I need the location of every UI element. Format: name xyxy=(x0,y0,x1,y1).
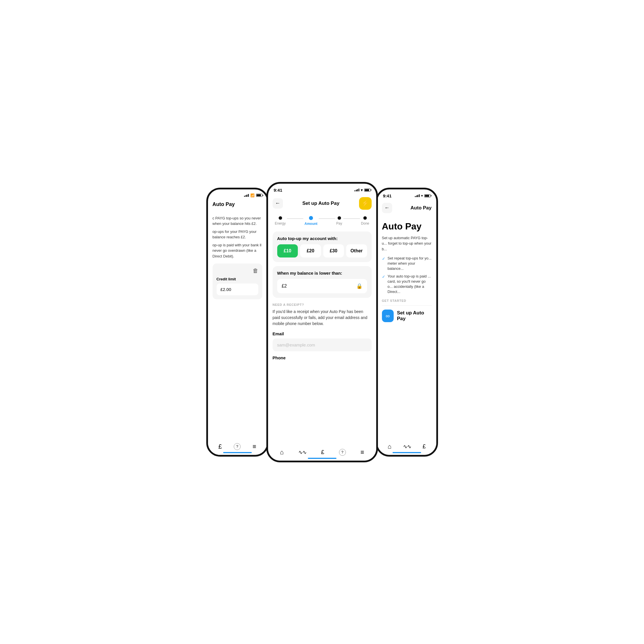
lock-icon: 🔒 xyxy=(356,283,362,289)
get-started-label: GET STARTED xyxy=(382,299,432,302)
nav-activity-r[interactable]: ∿∿ xyxy=(403,443,411,450)
stepper: Energy Amount Pay Done xyxy=(268,212,376,227)
right-content: Auto Pay Set up automatic PAYG top-u... … xyxy=(377,215,436,440)
left-phone: 📶 Auto Pay c PAYG top-ups so you never w… xyxy=(206,188,269,457)
left-title: Auto Pay xyxy=(213,201,235,207)
status-bar-right: 9:41 ▾ xyxy=(377,189,436,201)
amount-btn-other[interactable]: Other xyxy=(346,244,367,257)
center-nav-title: Set up Auto Pay xyxy=(302,201,340,206)
email-input[interactable]: sam@example.com xyxy=(273,338,372,351)
right-phone: 9:41 ▾ ← Auto Pay Auto Pay Set up automa… xyxy=(376,188,438,457)
battery-center xyxy=(364,189,370,192)
check-icon-2: ✓ xyxy=(382,274,385,279)
credit-label: Credit limit xyxy=(217,277,258,281)
email-label: Email xyxy=(273,331,372,336)
phone-label: Phone xyxy=(273,355,372,360)
receipt-heading: NEED A RECEIPT? xyxy=(273,303,372,306)
nav-home[interactable]: ⌂ xyxy=(280,449,284,456)
nav-home-r[interactable]: ⌂ xyxy=(388,443,391,450)
balance-value: £2 xyxy=(282,284,287,289)
bottom-indicator-center xyxy=(308,458,336,459)
check-text-2: Your auto top-up is paid ... card, so yo… xyxy=(388,274,432,295)
signal-right xyxy=(415,194,420,197)
check-item-2: ✓ Your auto top-up is paid ... card, so … xyxy=(382,274,432,295)
receipt-description: If you'd like a receipt when your Auto P… xyxy=(273,309,372,327)
setup-btn-label: Set up Auto Pay xyxy=(397,310,432,322)
center-phone: 9:41 ▾ ← Set up Auto Pay ⚡ Energy xyxy=(266,182,378,462)
center-content: Auto top-up my account with: £10 £20 £30… xyxy=(268,227,376,446)
step-dot-done xyxy=(363,216,367,220)
delete-icon[interactable]: 🗑 xyxy=(253,267,258,274)
balance-input[interactable]: £2 🔒 xyxy=(277,279,367,293)
battery-right xyxy=(424,194,431,197)
center-bottom-nav: ⌂ ∿∿ £ ? ≡ xyxy=(268,446,376,461)
amount-options: £10 £20 £30 Other xyxy=(277,244,367,257)
left-desc2: op-ups for your PAYG your balance reache… xyxy=(213,229,262,240)
step-label-energy: Energy xyxy=(275,221,286,225)
signal-center xyxy=(354,189,359,191)
nav-activity[interactable]: ∿∿ xyxy=(298,449,306,455)
step-label-pay: Pay xyxy=(336,221,342,225)
receipt-section: NEED A RECEIPT? If you'd like a receipt … xyxy=(273,302,372,364)
left-desc1: c PAYG top-ups so you never when your ba… xyxy=(213,215,262,227)
right-bottom-nav: ⌂ ∿∿ £ xyxy=(377,440,436,455)
step-dot-amount xyxy=(309,216,313,220)
left-desc3: op-up is paid with your bank ll never go… xyxy=(213,242,262,259)
wifi-right: ▾ xyxy=(421,194,423,198)
check-text-1: Set repeat top-ups for yo... meter when … xyxy=(388,256,432,272)
divider xyxy=(382,305,432,306)
infinity-icon: ∞ xyxy=(382,310,394,322)
balance-card: When my balance is lower than: £2 🔒 xyxy=(273,266,372,298)
amount-btn-30[interactable]: £30 xyxy=(323,244,344,257)
wifi-icon: 📶 xyxy=(250,193,255,197)
step-dot-pay xyxy=(338,216,341,220)
left-content: c PAYG top-ups so you never when your ba… xyxy=(208,211,267,440)
nav-help[interactable]: ? xyxy=(234,443,241,450)
nav-help-c[interactable]: ? xyxy=(339,449,346,456)
topup-card: Auto top-up my account with: £10 £20 £30… xyxy=(273,231,372,262)
check-icon-1: ✓ xyxy=(382,256,385,261)
topup-card-title: Auto top-up my account with: xyxy=(277,236,367,241)
step-energy: Energy xyxy=(275,216,286,225)
amount-btn-10[interactable]: £10 xyxy=(277,244,298,257)
back-button-right[interactable]: ← xyxy=(382,203,392,213)
step-amount: Amount xyxy=(304,216,317,226)
bottom-indicator-right xyxy=(393,452,421,453)
left-bottom-nav: £ ? ≡ xyxy=(208,440,267,455)
step-line-1 xyxy=(287,218,304,219)
credit-value: £2.00 xyxy=(217,284,258,295)
status-icons-right: ▾ xyxy=(415,194,431,198)
status-icons-center: ▾ xyxy=(354,188,370,192)
nav-menu[interactable]: ≡ xyxy=(253,443,256,450)
time-center: 9:41 xyxy=(274,188,282,193)
step-dot-energy xyxy=(279,216,282,220)
center-nav-bar: ← Set up Auto Pay ⚡ xyxy=(268,195,376,212)
step-label-amount: Amount xyxy=(304,222,317,226)
nav-payments-r[interactable]: £ xyxy=(423,443,426,450)
setup-auto-pay-button[interactable]: ∞ Set up Auto Pay xyxy=(382,310,432,322)
check-item-1: ✓ Set repeat top-ups for yo... meter whe… xyxy=(382,256,432,272)
status-bar-center: 9:41 ▾ xyxy=(268,184,376,195)
right-heading: Auto Pay xyxy=(382,221,432,232)
scene: 📶 Auto Pay c PAYG top-ups so you never w… xyxy=(161,161,483,483)
time-right: 9:41 xyxy=(383,193,392,198)
nav-menu-c[interactable]: ≡ xyxy=(360,449,364,456)
step-done: Done xyxy=(361,216,369,225)
wifi-center: ▾ xyxy=(361,188,363,192)
right-nav-bar: ← Auto Pay xyxy=(377,201,436,215)
lightning-button[interactable]: ⚡ xyxy=(359,197,372,210)
step-label-done: Done xyxy=(361,221,369,225)
battery-icon xyxy=(256,194,262,197)
balance-card-title: When my balance is lower than: xyxy=(277,271,367,276)
left-card: 🗑 Credit limit £2.00 xyxy=(213,263,262,299)
back-button[interactable]: ← xyxy=(273,198,283,209)
step-pay: Pay xyxy=(336,216,342,225)
step-line-3 xyxy=(343,218,360,219)
amount-btn-20[interactable]: £20 xyxy=(300,244,321,257)
nav-payments[interactable]: £ xyxy=(218,443,222,450)
right-nav-title: Auto Pay xyxy=(411,205,432,211)
nav-payments-c[interactable]: £ xyxy=(321,449,324,455)
step-line-2 xyxy=(319,218,335,219)
right-description: Set up automatic PAYG top-u... forget to… xyxy=(382,235,432,252)
